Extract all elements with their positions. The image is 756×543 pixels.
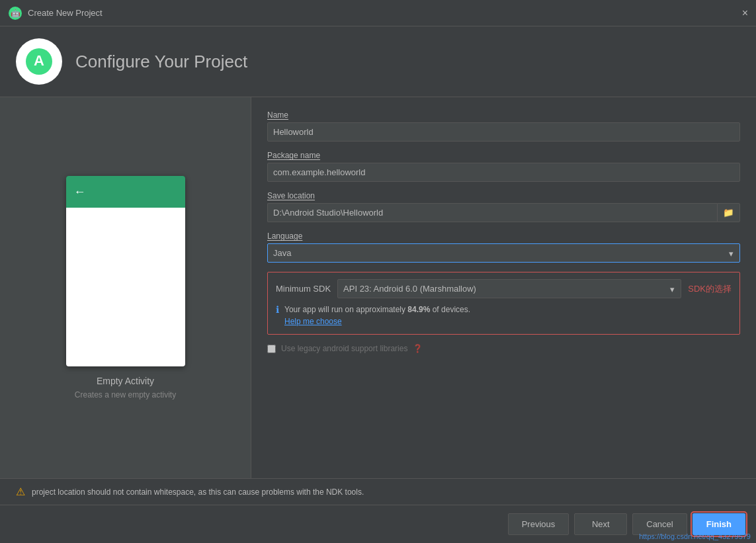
sdk-box: Minimum SDK API 21: Android 5.0 (Lollipo… xyxy=(267,272,740,335)
name-field-group: Name xyxy=(267,110,740,142)
name-label: Name xyxy=(267,110,740,120)
back-arrow-icon: ← xyxy=(74,185,86,199)
next-button[interactable]: Next xyxy=(574,513,627,535)
android-studio-icon: A xyxy=(23,46,55,77)
package-input[interactable] xyxy=(267,163,740,182)
folder-browse-icon: 📁 xyxy=(723,208,734,218)
header-logo: A xyxy=(16,38,62,85)
android-logo-icon: 🤖 xyxy=(8,6,22,21)
sdk-info-text: Your app will run on approximately 84.9%… xyxy=(284,304,732,327)
legacy-label[interactable]: Use legacy android support libraries xyxy=(281,344,407,353)
dialog-title: Create New Project xyxy=(28,8,103,18)
language-select-wrapper: Java Kotlin xyxy=(267,243,740,263)
dialog-content: ← Empty Activity Creates a new empty act… xyxy=(0,97,756,478)
right-panel: Name Package name Save location 📁 xyxy=(251,97,756,478)
sdk-info-prefix: Your app will run on approximately xyxy=(284,305,407,314)
title-bar: 🤖 Create New Project × xyxy=(0,0,756,26)
sdk-help-link[interactable]: Help me choose xyxy=(284,317,342,326)
legacy-checkbox-row: Use legacy android support libraries ❓ xyxy=(267,344,740,353)
phone-preview-body xyxy=(66,208,185,366)
sdk-label: Minimum SDK xyxy=(276,284,331,294)
warning-triangle-icon: ⚠ xyxy=(16,485,25,498)
warning-text: project location should not contain whit… xyxy=(32,487,364,497)
save-location-label: Save location xyxy=(267,191,740,200)
watermark: https://blog.csdn.net/qq_43279579 xyxy=(639,532,751,540)
info-circle-icon: ℹ xyxy=(276,304,279,315)
left-panel: ← Empty Activity Creates a new empty act… xyxy=(0,97,251,478)
sdk-select-wrapper: API 21: Android 5.0 (Lollipop) API 22: A… xyxy=(337,279,681,298)
preview-label: Empty Activity xyxy=(97,376,154,386)
preview-sub: Creates a new empty activity xyxy=(75,390,176,399)
dialog-header: A Configure Your Project xyxy=(0,26,756,97)
legacy-checkbox[interactable] xyxy=(267,345,276,353)
phone-preview: ← xyxy=(66,176,185,366)
language-label: Language xyxy=(267,231,740,241)
svg-text:A: A xyxy=(34,52,44,69)
sdk-select[interactable]: API 21: Android 5.0 (Lollipop) API 22: A… xyxy=(337,279,681,298)
sdk-info-row: ℹ Your app will run on approximately 84.… xyxy=(276,304,732,327)
sdk-info-suffix: of devices. xyxy=(430,305,470,314)
help-icon: ❓ xyxy=(413,344,423,353)
dialog-body: A Configure Your Project ← Empty Activit… xyxy=(0,26,756,543)
save-location-input[interactable] xyxy=(267,203,717,222)
save-location-group: Save location 📁 xyxy=(267,191,740,222)
sdk-row: Minimum SDK API 21: Android 5.0 (Lollipo… xyxy=(276,279,732,298)
package-label: Package name xyxy=(267,151,740,160)
save-location-input-row: 📁 xyxy=(267,203,740,222)
package-field-group: Package name xyxy=(267,151,740,182)
previous-button[interactable]: Previous xyxy=(508,513,569,535)
warning-bar: ⚠ project location should not contain wh… xyxy=(0,478,756,505)
svg-text:🤖: 🤖 xyxy=(11,8,21,18)
close-button[interactable]: × xyxy=(742,8,748,19)
sdk-choose-label[interactable]: SDK的选择 xyxy=(688,283,732,295)
sdk-percentage: 84.9% xyxy=(407,305,430,314)
name-input[interactable] xyxy=(267,122,740,142)
language-field-group: Language Java Kotlin xyxy=(267,231,740,263)
folder-browse-button[interactable]: 📁 xyxy=(717,203,740,222)
language-select[interactable]: Java Kotlin xyxy=(267,243,740,263)
phone-preview-header: ← xyxy=(66,176,185,208)
header-title: Configure Your Project xyxy=(75,52,247,72)
